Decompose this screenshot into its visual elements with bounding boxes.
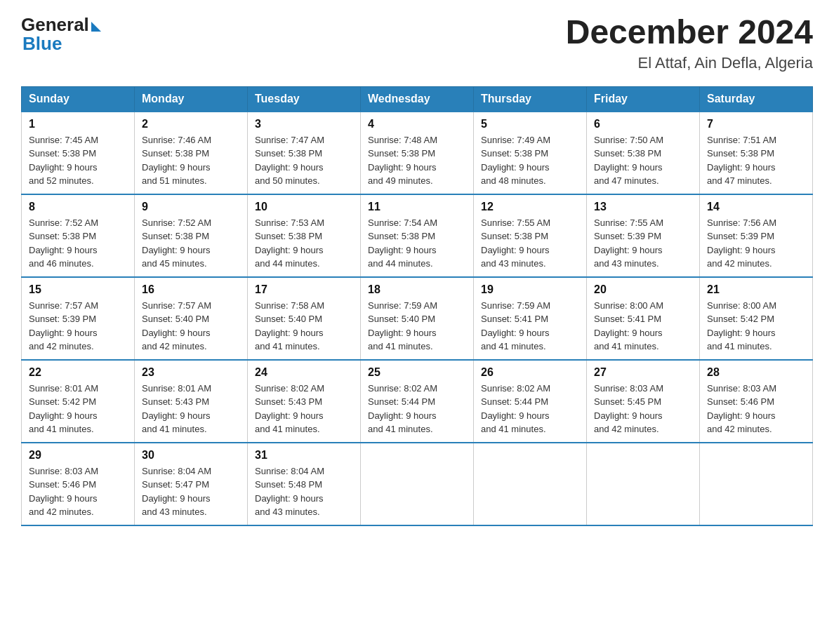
calendar-cell: 7Sunrise: 7:51 AMSunset: 5:38 PMDaylight… (700, 112, 813, 194)
day-info: Sunrise: 7:51 AMSunset: 5:38 PMDaylight:… (707, 133, 805, 188)
calendar-week-row: 1Sunrise: 7:45 AMSunset: 5:38 PMDaylight… (22, 112, 813, 194)
day-number: 23 (142, 366, 240, 379)
calendar-cell: 20Sunrise: 8:00 AMSunset: 5:41 PMDayligh… (587, 277, 700, 360)
calendar-cell: 15Sunrise: 7:57 AMSunset: 5:39 PMDayligh… (22, 277, 135, 360)
calendar-cell (700, 443, 813, 525)
column-header-wednesday: Wednesday (361, 86, 474, 112)
day-number: 14 (707, 201, 805, 213)
day-info: Sunrise: 7:54 AMSunset: 5:38 PMDaylight:… (368, 216, 466, 271)
day-number: 8 (29, 201, 127, 213)
day-number: 29 (29, 449, 127, 462)
calendar-week-row: 29Sunrise: 8:03 AMSunset: 5:46 PMDayligh… (22, 443, 813, 525)
day-info: Sunrise: 8:03 AMSunset: 5:45 PMDaylight:… (594, 382, 692, 436)
calendar-cell (587, 443, 700, 525)
calendar-cell: 18Sunrise: 7:59 AMSunset: 5:40 PMDayligh… (361, 277, 474, 360)
calendar-week-row: 22Sunrise: 8:01 AMSunset: 5:42 PMDayligh… (22, 360, 813, 443)
title-section: December 2024 El Attaf, Ain Defla, Alger… (566, 14, 813, 72)
day-number: 7 (707, 118, 805, 130)
day-number: 21 (707, 283, 805, 296)
calendar-cell: 22Sunrise: 8:01 AMSunset: 5:42 PMDayligh… (22, 360, 135, 443)
calendar-cell: 29Sunrise: 8:03 AMSunset: 5:46 PMDayligh… (22, 443, 135, 525)
calendar-cell: 26Sunrise: 8:02 AMSunset: 5:44 PMDayligh… (474, 360, 587, 443)
column-header-saturday: Saturday (700, 86, 813, 112)
column-header-tuesday: Tuesday (248, 86, 361, 112)
logo: General Blue (21, 14, 101, 55)
day-info: Sunrise: 8:04 AMSunset: 5:48 PMDaylight:… (255, 464, 353, 519)
location-title: El Attaf, Ain Defla, Algeria (566, 54, 813, 72)
month-title: December 2024 (566, 14, 813, 51)
calendar-cell: 23Sunrise: 8:01 AMSunset: 5:43 PMDayligh… (135, 360, 248, 443)
day-number: 5 (481, 118, 579, 130)
calendar-table: SundayMondayTuesdayWednesdayThursdayFrid… (21, 86, 813, 526)
day-info: Sunrise: 8:03 AMSunset: 5:46 PMDaylight:… (29, 464, 127, 519)
day-info: Sunrise: 8:03 AMSunset: 5:46 PMDaylight:… (707, 382, 805, 436)
day-number: 6 (594, 118, 692, 130)
calendar-cell: 2Sunrise: 7:46 AMSunset: 5:38 PMDaylight… (135, 112, 248, 194)
day-number: 22 (29, 366, 127, 379)
calendar-cell: 11Sunrise: 7:54 AMSunset: 5:38 PMDayligh… (361, 194, 474, 277)
day-info: Sunrise: 8:02 AMSunset: 5:43 PMDaylight:… (255, 382, 353, 436)
calendar-cell: 13Sunrise: 7:55 AMSunset: 5:39 PMDayligh… (587, 194, 700, 277)
day-info: Sunrise: 8:04 AMSunset: 5:47 PMDaylight:… (142, 464, 240, 519)
calendar-cell: 6Sunrise: 7:50 AMSunset: 5:38 PMDaylight… (587, 112, 700, 194)
calendar-cell: 27Sunrise: 8:03 AMSunset: 5:45 PMDayligh… (587, 360, 700, 443)
calendar-cell: 16Sunrise: 7:57 AMSunset: 5:40 PMDayligh… (135, 277, 248, 360)
day-number: 4 (368, 118, 466, 130)
calendar-cell: 8Sunrise: 7:52 AMSunset: 5:38 PMDaylight… (22, 194, 135, 277)
day-info: Sunrise: 7:56 AMSunset: 5:39 PMDaylight:… (707, 216, 805, 271)
day-number: 31 (255, 449, 353, 462)
day-info: Sunrise: 8:01 AMSunset: 5:42 PMDaylight:… (29, 382, 127, 436)
calendar-cell: 31Sunrise: 8:04 AMSunset: 5:48 PMDayligh… (248, 443, 361, 525)
day-number: 19 (481, 283, 579, 296)
day-number: 18 (368, 283, 466, 296)
calendar-cell: 25Sunrise: 8:02 AMSunset: 5:44 PMDayligh… (361, 360, 474, 443)
calendar-cell (361, 443, 474, 525)
day-number: 20 (594, 283, 692, 296)
day-info: Sunrise: 7:52 AMSunset: 5:38 PMDaylight:… (29, 216, 127, 271)
calendar-cell (474, 443, 587, 525)
calendar-cell: 19Sunrise: 7:59 AMSunset: 5:41 PMDayligh… (474, 277, 587, 360)
day-info: Sunrise: 7:50 AMSunset: 5:38 PMDaylight:… (594, 133, 692, 188)
calendar-cell: 21Sunrise: 8:00 AMSunset: 5:42 PMDayligh… (700, 277, 813, 360)
day-number: 9 (142, 201, 240, 213)
day-info: Sunrise: 8:00 AMSunset: 5:41 PMDaylight:… (594, 299, 692, 354)
day-info: Sunrise: 7:55 AMSunset: 5:38 PMDaylight:… (481, 216, 579, 271)
day-number: 26 (481, 366, 579, 379)
calendar-cell: 12Sunrise: 7:55 AMSunset: 5:38 PMDayligh… (474, 194, 587, 277)
day-info: Sunrise: 7:59 AMSunset: 5:41 PMDaylight:… (481, 299, 579, 354)
column-header-sunday: Sunday (22, 86, 135, 112)
calendar-cell: 28Sunrise: 8:03 AMSunset: 5:46 PMDayligh… (700, 360, 813, 443)
day-number: 16 (142, 283, 240, 296)
day-info: Sunrise: 7:52 AMSunset: 5:38 PMDaylight:… (142, 216, 240, 271)
calendar-cell: 17Sunrise: 7:58 AMSunset: 5:40 PMDayligh… (248, 277, 361, 360)
calendar-cell: 10Sunrise: 7:53 AMSunset: 5:38 PMDayligh… (248, 194, 361, 277)
day-info: Sunrise: 7:59 AMSunset: 5:40 PMDaylight:… (368, 299, 466, 354)
day-number: 27 (594, 366, 692, 379)
day-number: 25 (368, 366, 466, 379)
day-info: Sunrise: 7:46 AMSunset: 5:38 PMDaylight:… (142, 133, 240, 188)
day-info: Sunrise: 7:57 AMSunset: 5:39 PMDaylight:… (29, 299, 127, 354)
day-number: 11 (368, 201, 466, 213)
day-info: Sunrise: 7:57 AMSunset: 5:40 PMDaylight:… (142, 299, 240, 354)
day-number: 30 (142, 449, 240, 462)
calendar-cell: 5Sunrise: 7:49 AMSunset: 5:38 PMDaylight… (474, 112, 587, 194)
column-header-monday: Monday (135, 86, 248, 112)
day-info: Sunrise: 7:53 AMSunset: 5:38 PMDaylight:… (255, 216, 353, 271)
day-number: 15 (29, 283, 127, 296)
day-info: Sunrise: 7:45 AMSunset: 5:38 PMDaylight:… (29, 133, 127, 188)
day-info: Sunrise: 8:00 AMSunset: 5:42 PMDaylight:… (707, 299, 805, 354)
day-info: Sunrise: 7:47 AMSunset: 5:38 PMDaylight:… (255, 133, 353, 188)
logo-blue-text: Blue (22, 33, 62, 55)
column-header-friday: Friday (587, 86, 700, 112)
day-number: 17 (255, 283, 353, 296)
day-number: 3 (255, 118, 353, 130)
day-number: 2 (142, 118, 240, 130)
day-info: Sunrise: 8:02 AMSunset: 5:44 PMDaylight:… (481, 382, 579, 436)
calendar-cell: 3Sunrise: 7:47 AMSunset: 5:38 PMDaylight… (248, 112, 361, 194)
column-header-thursday: Thursday (474, 86, 587, 112)
day-info: Sunrise: 8:01 AMSunset: 5:43 PMDaylight:… (142, 382, 240, 436)
day-number: 24 (255, 366, 353, 379)
day-number: 1 (29, 118, 127, 130)
day-info: Sunrise: 7:58 AMSunset: 5:40 PMDaylight:… (255, 299, 353, 354)
calendar-week-row: 8Sunrise: 7:52 AMSunset: 5:38 PMDaylight… (22, 194, 813, 277)
